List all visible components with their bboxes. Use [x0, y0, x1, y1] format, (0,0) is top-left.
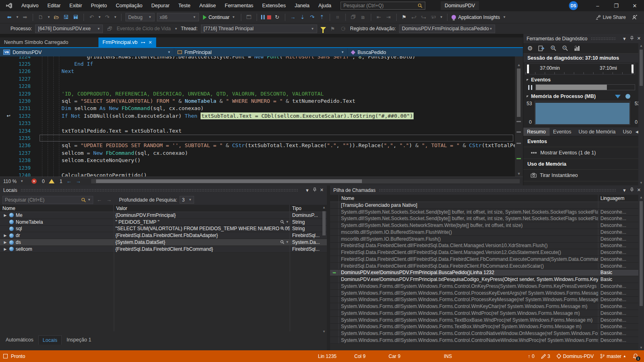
bookmark-icon[interactable]: ⚑: [401, 13, 408, 21]
locals-row-Me[interactable]: ▶Me{DominusPDV.FrmPrincipal}DominusP...: [0, 212, 327, 219]
repository-button[interactable]: Dominus-PDV: [556, 354, 594, 359]
reset-view-chart-icon[interactable]: [574, 46, 580, 51]
locals-scrollbar[interactable]: ▲ ▼: [321, 205, 327, 334]
stack-frame-dropdown[interactable]: DominusPDV.FrmPrincipal.BuscaPedido▼: [399, 25, 495, 33]
call-stack-row[interactable]: System.Windows.Forms.dll!System.Windows.…: [330, 290, 638, 297]
breadcrumb-project[interactable]: VB DominusPDV▼: [0, 48, 174, 56]
clear-bookmarks-icon[interactable]: ⮒: [430, 13, 437, 21]
new-file-dropdown[interactable]: ▼: [47, 15, 50, 19]
menu-item-exibir[interactable]: Exibir: [66, 1, 86, 10]
code-line-1227[interactable]: 1227: [0, 75, 515, 82]
memory-filter-icon[interactable]: [615, 95, 621, 98]
minimize-button[interactable]: –: [588, 0, 607, 11]
panel-menu-icon[interactable]: ▼: [305, 188, 309, 193]
prev-issue-icon[interactable]: ←: [66, 178, 71, 184]
zoom-in-icon[interactable]: [550, 45, 556, 51]
indent-decrease-icon[interactable]: ⇤: [375, 13, 383, 21]
tabs-scroll-left-icon[interactable]: ◀: [636, 130, 638, 134]
step-into-icon[interactable]: ⇣: [299, 13, 306, 21]
column-header-nome[interactable]: Nome: [0, 205, 114, 212]
call-stack-row[interactable]: [Transição Gerenciado para Nativo]: [330, 202, 638, 209]
quick-search-box[interactable]: Pesquisar (Ctrl+Q): [341, 2, 425, 10]
diag-tab-uso[interactable]: Uso: [619, 128, 635, 136]
pin-icon[interactable]: [313, 187, 317, 193]
locals-titlebar[interactable]: Locais ▼ ✕: [0, 185, 327, 195]
diagnostics-scrollbar[interactable]: ▲ ▼: [638, 43, 644, 185]
zoom-out-icon[interactable]: [562, 45, 568, 51]
parameter-info-icon[interactable]: 🗈: [360, 13, 367, 21]
thread-dropdown[interactable]: [7716] Thread Principal▼: [201, 25, 317, 33]
close-button[interactable]: ✕: [625, 0, 644, 11]
line-indicator[interactable]: Lin 1235: [318, 354, 337, 359]
expander-icon[interactable]: ▶: [3, 213, 7, 217]
menu-item-análise[interactable]: Análise: [196, 1, 220, 10]
diagnostic-tools-titlebar[interactable]: Ferramentas de Diagnóstico ▼ ✕: [523, 34, 644, 43]
visualizer-magnifier-icon[interactable]: [280, 226, 284, 231]
locals-row-ds[interactable]: ▶ds{System.Data.DataSet}▼System.Da...: [0, 239, 327, 246]
show-events-link[interactable]: Mostrar Eventos (1 de 1): [523, 147, 644, 159]
save-icon[interactable]: 🖫: [63, 13, 70, 21]
call-stack-row[interactable]: System.Windows.Forms.dll!System.Windows.…: [330, 297, 638, 304]
zoom-dropdown[interactable]: 110 %▼: [3, 179, 27, 184]
variable-value[interactable]: {System.Data.DataSet}▼: [114, 239, 290, 245]
pin-icon[interactable]: [630, 36, 634, 41]
undo-dropdown[interactable]: ▼: [98, 15, 101, 19]
insert-mode-indicator[interactable]: INS: [444, 354, 452, 359]
call-stack-row[interactable]: FirebirdSql.Data.FirebirdClient.dll!Fire…: [330, 249, 638, 256]
search-prev-icon[interactable]: ←: [96, 196, 103, 204]
flag-threads-icon[interactable]: ⚑: [329, 25, 337, 33]
pending-changes-button[interactable]: 3: [541, 354, 550, 359]
code-line-1239[interactable]: 1239: [0, 164, 515, 171]
bottom-tab-inspeção-1[interactable]: Inspeção 1: [63, 335, 95, 345]
locals-row-sellcom[interactable]: ▶sellcom{FirebirdSql.Data.FirebirdClient…: [0, 246, 327, 253]
locals-row-dr[interactable]: ▶dr{FirebirdSql.Data.FirebirdClient.FbDa…: [0, 232, 327, 239]
breakpoint-window-icon[interactable]: 🗔: [245, 13, 253, 21]
step-out-icon[interactable]: ⇡: [318, 13, 326, 21]
open-folder-icon[interactable]: 🗁: [53, 13, 60, 21]
navigate-forward-icon[interactable]: ➡: [21, 13, 29, 21]
menu-item-compilação[interactable]: Compilação: [112, 1, 146, 10]
column-header-nome[interactable]: Nome: [339, 195, 598, 202]
tab-frmprincipal[interactable]: FrmPrincipal.vb ⊶ ✕: [98, 37, 156, 47]
menu-item-projeto[interactable]: Projeto: [87, 1, 111, 10]
menu-item-extensões[interactable]: Extensões: [259, 1, 289, 10]
call-stack-row[interactable]: mscorlib.dll!System.IO.BufferedStream.Fl…: [330, 229, 638, 236]
visualizer-magnifier-icon[interactable]: [280, 220, 284, 224]
close-panel-icon[interactable]: ✕: [637, 36, 641, 41]
call-stack-row[interactable]: System.dll!System.Net.Sockets.Socket.Sen…: [330, 216, 638, 223]
diag-tab-eventos[interactable]: Eventos: [550, 128, 575, 136]
take-snapshot-link[interactable]: Tirar Instantâneo: [523, 170, 644, 181]
locals-search-input[interactable]: Pesquisar (Ctrl+E) ▼: [2, 196, 93, 204]
call-stack-row[interactable]: FirebirdSql.Data.FirebirdClient.dll!Fire…: [330, 243, 638, 250]
expander-icon[interactable]: ▶: [3, 247, 7, 251]
variable-value[interactable]: {FirebirdSql.Data.FirebirdClient.FbDataA…: [114, 233, 290, 238]
bottom-tab-locais[interactable]: Locais: [38, 335, 62, 345]
menu-item-arquivo[interactable]: Arquivo: [18, 1, 42, 10]
code-line-1229[interactable]: 1229 'ID, CODPRODUTO, REFERENCIA, DESCRI…: [0, 90, 515, 97]
menu-item-ajuda[interactable]: Ajuda: [315, 1, 335, 10]
branch-button[interactable]: master ▲: [600, 354, 626, 359]
search-depth-dropdown[interactable]: 3▼: [180, 196, 194, 204]
code-line-1224[interactable]: 1224 gridItens.Rows.Item(vLinhas).Defaul…: [0, 56, 515, 60]
panel-menu-icon[interactable]: ▼: [622, 188, 627, 193]
call-stack-row[interactable]: FirebirdSql.Data.FirebirdClient.dll!Fire…: [330, 256, 638, 263]
break-all-icon[interactable]: [261, 15, 265, 19]
panel-menu-icon[interactable]: ▼: [622, 36, 627, 41]
call-stack-row[interactable]: System.Windows.Forms.dll!System.Windows.…: [330, 324, 638, 331]
settings-gear-icon[interactable]: ⚙: [527, 45, 533, 52]
call-stack-row[interactable]: FirebirdSql.Data.FirebirdClient.dll!Fire…: [330, 263, 638, 270]
navigate-back-dropdown[interactable]: ▼: [16, 15, 19, 19]
bottom-tab-automáticos[interactable]: Automáticos: [2, 335, 38, 345]
code-line-1231[interactable]: 1231 Dim sellcom As New FbCommand(sql, c…: [0, 105, 515, 112]
variable-value[interactable]: " PEDIDOS_TEMP "▼: [114, 219, 290, 225]
indent-increase-icon[interactable]: ⇥: [385, 13, 392, 21]
current-statement-marker[interactable]: ↩: [0, 113, 17, 119]
call-stack-row[interactable]: System.Windows.Forms.dll!System.Windows.…: [330, 317, 638, 324]
process-dropdown[interactable]: [6476] DominusPDV.exe▼: [35, 25, 103, 33]
tab-no-symbols[interactable]: Nenhum Símbolo Carregado: [0, 37, 81, 47]
call-stack-row[interactable]: mscorlib.dll!System.IO.BufferedStream.Fl…: [330, 236, 638, 243]
application-insights-button[interactable]: Application Insights: [458, 15, 500, 20]
pin-icon[interactable]: [630, 187, 634, 193]
redo-dropdown[interactable]: ▼: [114, 15, 117, 19]
call-stack-row[interactable]: System.Windows.Forms.dll!System.Windows.…: [330, 337, 638, 344]
